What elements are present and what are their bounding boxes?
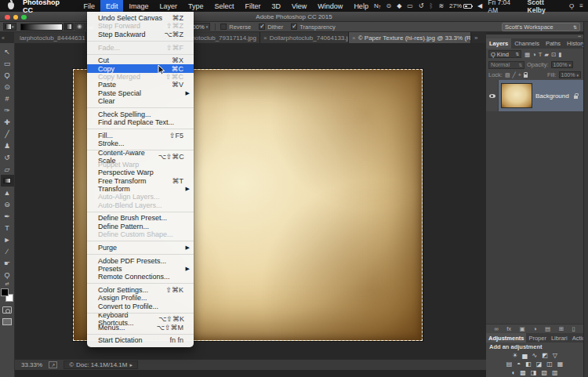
menu-item[interactable]: Auto-Align Layers...: [87, 193, 194, 201]
menu-item[interactable]: Perspective Warp: [87, 169, 194, 176]
menu-item[interactable]: Content-Aware Scale ⌥⇧⌘C: [87, 153, 194, 161]
gradient-map-icon[interactable]: ▥: [552, 369, 558, 376]
gradient-preview[interactable]: [20, 24, 63, 31]
menubar-menu-title[interactable]: Layer: [154, 0, 183, 12]
document-tab[interactable]: ×© Paper Texture (hi-res).jpg @ 33.3% (R…: [349, 32, 471, 43]
menu-item[interactable]: Fade... ⇧⌘F: [87, 43, 194, 51]
apple-icon[interactable]: [8, 2, 14, 9]
menu-item[interactable]: Start Dictation fn fn: [87, 336, 194, 344]
type-tool[interactable]: T: [1, 222, 14, 234]
panel-tab[interactable]: Layers: [486, 38, 511, 49]
color-balance-icon[interactable]: ◓: [517, 361, 521, 368]
new-layer-icon[interactable]: ⊞: [559, 325, 564, 332]
filter-adjustment-layer-icon[interactable]: ◑: [532, 51, 536, 58]
filter-shape-layer-icon[interactable]: ▰: [544, 51, 549, 58]
menu-item[interactable]: Auto-Blend Layers...: [87, 201, 194, 208]
curves-icon[interactable]: ∿: [532, 352, 537, 359]
lock-position-icon[interactable]: +: [518, 72, 521, 78]
menu-item[interactable]: Step Backward ⌥⌘Z: [87, 31, 194, 38]
menu-item[interactable]: Assign Profile...: [87, 294, 194, 302]
line-tool[interactable]: ∕: [1, 245, 14, 257]
menu-item[interactable]: Copy Merged ⇧⌘C: [87, 73, 194, 81]
eraser-tool[interactable]: ▱: [1, 163, 14, 175]
menubar-menu-title[interactable]: Image: [123, 0, 154, 12]
pen-tool[interactable]: ✒: [1, 210, 14, 222]
pen-tablet-icon[interactable]: N₇: [374, 2, 381, 9]
menu-item[interactable]: Purge ▶: [87, 244, 194, 252]
option-checkbox[interactable]: Dither: [259, 24, 283, 31]
menu-item[interactable]: Presets ▶: [87, 265, 194, 273]
menubar-menu-title[interactable]: Edit: [100, 0, 124, 12]
share-icon[interactable]: ↗: [49, 361, 57, 368]
menu-item[interactable]: Check Spelling...: [87, 110, 194, 118]
option-checkbox[interactable]: Transparency: [291, 24, 336, 31]
zoom-window-button[interactable]: [21, 15, 27, 20]
option-checkbox[interactable]: Reverse: [220, 24, 251, 31]
close-tab-icon[interactable]: ×: [263, 34, 267, 42]
layer-group-icon[interactable]: ▤: [545, 325, 550, 332]
selective-color-icon[interactable]: ▧: [541, 369, 547, 376]
radial-gradient-button[interactable]: [74, 23, 85, 31]
menubar-clock[interactable]: Fri 7:04 AM: [488, 0, 521, 14]
menubar-menu-title[interactable]: Help: [348, 0, 374, 12]
menu-item[interactable]: Convert to Profile...: [87, 302, 194, 310]
layer-style-icon[interactable]: fx: [506, 325, 511, 332]
menu-item[interactable]: Undo Select Canvas ⌘Z: [87, 14, 194, 22]
adjustment-layer-icon[interactable]: ◑: [533, 325, 537, 332]
workspace-select[interactable]: Scott's Workspace⇅: [502, 23, 580, 31]
menu-item[interactable]: Find and Replace Text...: [87, 118, 194, 126]
menubar-menu-title[interactable]: Filter: [239, 0, 266, 12]
filter-toggle-icon[interactable]: ▮: [558, 51, 561, 58]
layer-visibility-cell[interactable]: [486, 80, 499, 111]
menubar-menu-title[interactable]: View: [286, 0, 312, 12]
notification-center-icon[interactable]: ≡: [579, 2, 583, 9]
panel-tab[interactable]: Paths: [543, 38, 564, 49]
menubar-menu-title[interactable]: Window: [312, 0, 348, 12]
invert-icon[interactable]: ◐: [511, 369, 515, 376]
doc-popup-arrow-icon[interactable]: ▸: [129, 362, 132, 368]
black-white-icon[interactable]: ◧: [525, 361, 532, 368]
clone-stamp-tool[interactable]: ♟: [1, 140, 14, 151]
menu-item[interactable]: Keyboard Shortcuts... ⌥⇧⌘K: [87, 315, 194, 323]
menubar-menu-title[interactable]: File: [78, 0, 100, 12]
filter-type-layer-icon[interactable]: T: [539, 51, 543, 58]
menu-item[interactable]: Cut ⌘X: [87, 56, 194, 64]
menu-item[interactable]: Transform ▶: [87, 185, 194, 193]
lock-transparency-icon[interactable]: ▨: [505, 72, 510, 78]
close-window-button[interactable]: [5, 15, 10, 20]
color-lookup-icon[interactable]: ▦: [557, 361, 564, 368]
layer-opacity-field[interactable]: 100%▾: [551, 61, 573, 68]
zoom-level-field[interactable]: 33.33%: [21, 361, 42, 368]
marquee-tool[interactable]: ▭: [1, 57, 14, 69]
volume-icon[interactable]: ◀: [477, 2, 482, 9]
layer-row-background[interactable]: Background: [486, 80, 583, 111]
healing-brush-tool[interactable]: ✚: [1, 116, 14, 128]
menu-item[interactable]: Fill... ⇧F5: [87, 132, 194, 140]
menu-item[interactable]: Remote Connections...: [87, 273, 194, 281]
brush-tool[interactable]: ╱: [1, 128, 14, 140]
tab-scroll-left-icon[interactable]: «: [0, 32, 14, 43]
layer-locked-icon[interactable]: [574, 96, 578, 99]
delete-layer-icon[interactable]: ▯: [572, 325, 575, 332]
wifi-icon[interactable]: ≋: [438, 2, 444, 9]
blur-tool[interactable]: ▲: [1, 187, 14, 198]
exposure-icon[interactable]: ◩: [542, 352, 548, 359]
lock-all-icon[interactable]: [524, 74, 528, 78]
menu-item[interactable]: Define Pattern...: [87, 223, 194, 230]
keyboard-viewer-icon[interactable]: ⊙: [386, 2, 391, 9]
hand-tool[interactable]: ☛: [1, 257, 14, 269]
panel-tab[interactable]: Proper: [526, 333, 549, 343]
panel-tab[interactable]: Channels: [511, 38, 543, 49]
menu-item[interactable]: Free Transform ⌘T: [87, 177, 194, 185]
menu-item[interactable]: Color Settings... ⇧⌘K: [87, 286, 194, 294]
quick-selection-tool[interactable]: ⊙: [1, 81, 14, 92]
move-tool[interactable]: ↖: [1, 45, 14, 57]
panel-tab[interactable]: Adjustments: [486, 333, 526, 343]
gradient-tool[interactable]: [1, 175, 14, 187]
menubar-menu-title[interactable]: 3D: [266, 0, 286, 12]
document-tab[interactable]: ×Dollarphotoclub_74064133.jpg: [260, 32, 349, 43]
battery-indicator[interactable]: 27%: [449, 2, 472, 9]
menu-item[interactable]: Clear: [87, 97, 194, 105]
vibrance-icon[interactable]: ▽: [553, 352, 557, 359]
eyedropper-tool[interactable]: ✑: [1, 104, 14, 116]
